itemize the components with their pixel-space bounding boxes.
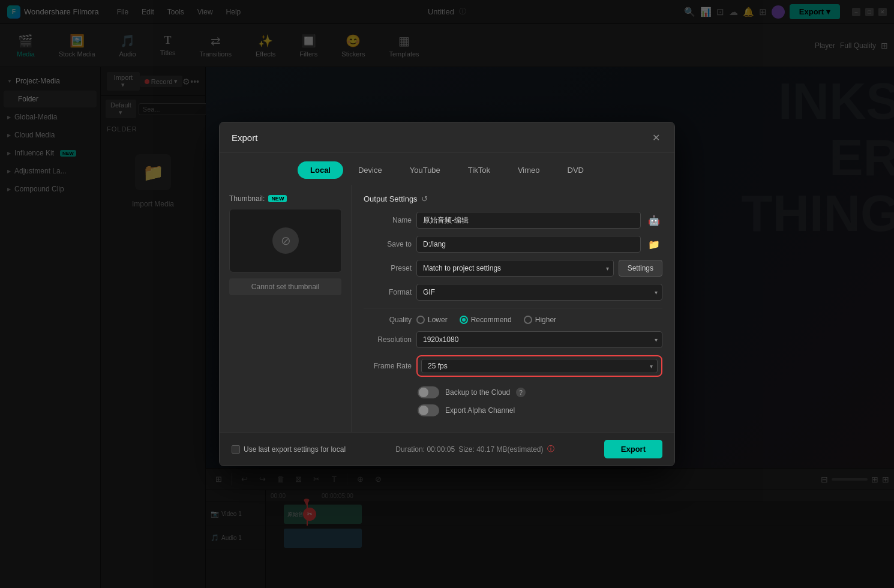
format-row: Format GIF bbox=[364, 284, 662, 301]
export-modal: Export ✕ Local Device YouTube TikTok Vim… bbox=[219, 122, 675, 466]
quality-lower[interactable]: Lower bbox=[416, 316, 448, 324]
duration-text: Duration: 00:00:05 bbox=[395, 445, 455, 454]
thumbnail-placeholder-icon: ⊘ bbox=[272, 227, 299, 254]
export-alpha-label: Export Alpha Channel bbox=[445, 406, 515, 415]
preset-select[interactable]: Match to project settings bbox=[416, 260, 614, 277]
resolution-select-wrapper: 1920x1080 bbox=[416, 331, 662, 348]
format-select[interactable]: GIF bbox=[416, 284, 662, 301]
name-label: Name bbox=[364, 216, 412, 224]
modal-body: Thumbnail: NEW ⊘ Cannot set thumbnail Ou… bbox=[220, 185, 674, 432]
tab-youtube[interactable]: YouTube bbox=[397, 161, 453, 179]
ai-name-button[interactable]: 🤖 bbox=[646, 214, 662, 227]
preset-select-wrapper: Match to project settings bbox=[416, 260, 614, 277]
format-label: Format bbox=[364, 288, 412, 296]
preset-row: Preset Match to project settings Setting… bbox=[364, 260, 662, 277]
folder-browse-button[interactable]: 📁 bbox=[646, 236, 662, 253]
output-settings-title: Output Settings ↺ bbox=[364, 194, 662, 203]
thumbnail-label: Thumbnail: NEW bbox=[229, 194, 341, 203]
tab-dvd[interactable]: DVD bbox=[555, 161, 596, 179]
size-info-icon[interactable]: ⓘ bbox=[547, 444, 554, 454]
toggle-knob-backup bbox=[419, 388, 428, 397]
export-alpha-toggle[interactable] bbox=[418, 404, 439, 416]
quality-higher[interactable]: Higher bbox=[524, 316, 556, 324]
backup-cloud-row: Backup to the Cloud ? bbox=[364, 386, 662, 398]
size-text: Size: 40.17 MB(estimated) bbox=[458, 445, 543, 454]
backup-help-icon[interactable]: ? bbox=[516, 388, 526, 397]
tab-vimeo[interactable]: Vimeo bbox=[505, 161, 553, 179]
save-to-row: Save to 📁 bbox=[364, 236, 662, 253]
backup-cloud-label: Backup to the Cloud bbox=[445, 388, 510, 397]
radio-lower bbox=[416, 316, 425, 324]
quality-options: Lower Recommend Higher bbox=[416, 316, 556, 324]
format-select-wrapper: GIF bbox=[416, 284, 662, 301]
modal-title: Export bbox=[232, 133, 257, 143]
quality-label: Quality bbox=[364, 316, 412, 324]
modal-tabs: Local Device YouTube TikTok Vimeo DVD bbox=[220, 153, 674, 185]
export-alpha-row: Export Alpha Channel bbox=[364, 404, 662, 416]
thumbnail-new-badge: NEW bbox=[268, 195, 287, 202]
resolution-select[interactable]: 1920x1080 bbox=[416, 331, 662, 348]
frame-rate-row: Frame Rate 25 fps bbox=[364, 355, 662, 377]
tab-device[interactable]: Device bbox=[346, 161, 395, 179]
save-path-input[interactable] bbox=[416, 236, 641, 253]
preset-settings-button[interactable]: Settings bbox=[619, 260, 662, 277]
name-input[interactable] bbox=[416, 212, 641, 229]
checkbox-use-last bbox=[232, 445, 240, 454]
frame-rate-select[interactable]: 25 fps bbox=[421, 359, 658, 373]
modal-footer: Use last export settings for local Durat… bbox=[220, 432, 674, 466]
backup-cloud-toggle[interactable] bbox=[418, 386, 439, 398]
modal-overlay: Export ✕ Local Device YouTube TikTok Vim… bbox=[0, 0, 894, 588]
modal-close-button[interactable]: ✕ bbox=[649, 131, 662, 144]
tab-tiktok[interactable]: TikTok bbox=[455, 161, 503, 179]
divider1 bbox=[364, 308, 662, 308]
toggle-knob-alpha bbox=[419, 406, 428, 415]
quality-row: Quality Lower Recommend Higher bbox=[364, 316, 662, 324]
export-modal-button[interactable]: Export bbox=[604, 440, 662, 458]
quality-recommend[interactable]: Recommend bbox=[460, 316, 512, 324]
radio-recommend bbox=[460, 316, 468, 324]
save-to-label: Save to bbox=[364, 240, 412, 248]
cannot-set-thumbnail-button: Cannot set thumbnail bbox=[229, 278, 341, 295]
frame-rate-highlight: 25 fps bbox=[416, 355, 662, 377]
frame-rate-select-wrapper: 25 fps bbox=[421, 359, 658, 373]
radio-higher bbox=[524, 316, 532, 324]
refresh-icon[interactable]: ↺ bbox=[421, 194, 428, 203]
frame-rate-label: Frame Rate bbox=[364, 362, 412, 370]
modal-header: Export ✕ bbox=[220, 122, 674, 153]
modal-output-section: Output Settings ↺ Name 🤖 Save to 📁 bbox=[352, 185, 674, 432]
tab-local[interactable]: Local bbox=[298, 161, 343, 179]
thumbnail-preview: ⊘ bbox=[229, 209, 342, 272]
resolution-label: Resolution bbox=[364, 335, 412, 344]
resolution-row: Resolution 1920x1080 bbox=[364, 331, 662, 348]
modal-thumbnail-section: Thumbnail: NEW ⊘ Cannot set thumbnail bbox=[220, 185, 352, 432]
use-last-checkbox[interactable]: Use last export settings for local bbox=[232, 445, 346, 454]
footer-info: Duration: 00:00:05 Size: 40.17 MB(estima… bbox=[395, 444, 554, 454]
name-row: Name 🤖 bbox=[364, 212, 662, 229]
preset-label: Preset bbox=[364, 264, 412, 272]
